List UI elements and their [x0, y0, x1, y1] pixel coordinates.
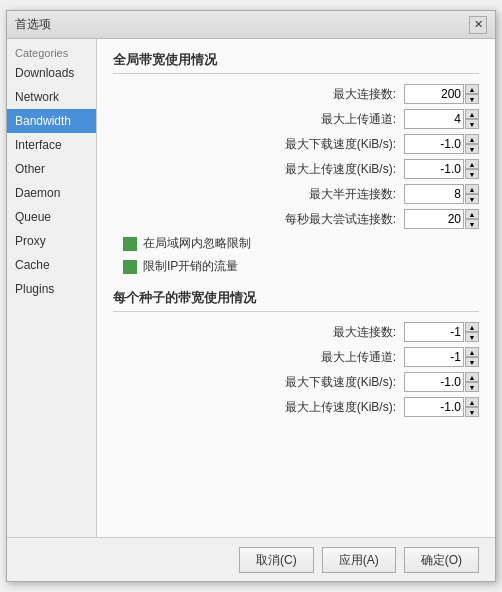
global-section-title: 全局带宽使用情况	[113, 51, 479, 74]
close-button[interactable]: ✕	[469, 16, 487, 34]
sidebar-item-bandwidth[interactable]: Bandwidth	[7, 109, 96, 133]
spinner-buttons: ▲▼	[465, 372, 479, 392]
checkbox-indicator	[123, 260, 137, 274]
spinner-container: ▲▼	[404, 372, 479, 392]
field-label: 最大上传速度(KiB/s):	[113, 161, 404, 178]
field-label: 最大连接数:	[113, 86, 404, 103]
form-row: 最大连接数:▲▼	[113, 322, 479, 342]
field-label: 最大上传通道:	[113, 111, 404, 128]
field-label: 最大连接数:	[113, 324, 404, 341]
sidebar-item-other[interactable]: Other	[7, 157, 96, 181]
spinner-container: ▲▼	[404, 397, 479, 417]
sidebar-item-queue[interactable]: Queue	[7, 205, 96, 229]
form-row: 每秒最大尝试连接数:▲▼	[113, 209, 479, 229]
spinner-container: ▲▼	[404, 109, 479, 129]
spinner-down-button[interactable]: ▼	[465, 94, 479, 104]
spinner-down-button[interactable]: ▼	[465, 357, 479, 367]
spinner-buttons: ▲▼	[465, 347, 479, 367]
sidebar-item-downloads[interactable]: Downloads	[7, 61, 96, 85]
checkbox-indicator	[123, 237, 137, 251]
cancel-button[interactable]: 取消(C)	[239, 547, 314, 573]
spinner-input[interactable]	[404, 134, 464, 154]
spinner-up-button[interactable]: ▲	[465, 159, 479, 169]
form-row: 最大连接数:▲▼	[113, 84, 479, 104]
spinner-down-button[interactable]: ▼	[465, 169, 479, 179]
apply-button[interactable]: 应用(A)	[322, 547, 396, 573]
spinner-down-button[interactable]: ▼	[465, 194, 479, 204]
sidebar-item-interface[interactable]: Interface	[7, 133, 96, 157]
spinner-down-button[interactable]: ▼	[465, 382, 479, 392]
spinner-buttons: ▲▼	[465, 109, 479, 129]
form-row: 最大上传通道:▲▼	[113, 109, 479, 129]
footer: 取消(C) 应用(A) 确定(O)	[7, 537, 495, 581]
sidebar-item-plugins[interactable]: Plugins	[7, 277, 96, 301]
spinner-container: ▲▼	[404, 322, 479, 342]
spinner-down-button[interactable]: ▼	[465, 119, 479, 129]
spinner-input[interactable]	[404, 84, 464, 104]
spinner-up-button[interactable]: ▲	[465, 184, 479, 194]
spinner-down-button[interactable]: ▼	[465, 219, 479, 229]
spinner-buttons: ▲▼	[465, 159, 479, 179]
spinner-buttons: ▲▼	[465, 209, 479, 229]
form-row: 最大半开连接数:▲▼	[113, 184, 479, 204]
spinner-buttons: ▲▼	[465, 397, 479, 417]
sidebar-item-cache[interactable]: Cache	[7, 253, 96, 277]
spinner-input[interactable]	[404, 209, 464, 229]
checkbox-row[interactable]: 在局域网内忽略限制	[123, 235, 479, 252]
checkbox-label: 在局域网内忽略限制	[143, 235, 251, 252]
field-label: 最大下载速度(KiB/s):	[113, 136, 404, 153]
spinner-input[interactable]	[404, 397, 464, 417]
ok-button[interactable]: 确定(O)	[404, 547, 479, 573]
spinner-container: ▲▼	[404, 184, 479, 204]
sidebar-item-proxy[interactable]: Proxy	[7, 229, 96, 253]
spinner-input[interactable]	[404, 184, 464, 204]
spinner-buttons: ▲▼	[465, 184, 479, 204]
spinner-down-button[interactable]: ▼	[465, 144, 479, 154]
form-row: 最大下载速度(KiB/s):▲▼	[113, 372, 479, 392]
spinner-container: ▲▼	[404, 84, 479, 104]
form-row: 最大上传速度(KiB/s):▲▼	[113, 159, 479, 179]
spinner-up-button[interactable]: ▲	[465, 347, 479, 357]
spinner-input[interactable]	[404, 109, 464, 129]
per-torrent-section-title: 每个种子的带宽使用情况	[113, 289, 479, 312]
field-label: 最大上传速度(KiB/s):	[113, 399, 404, 416]
form-row: 最大下载速度(KiB/s):▲▼	[113, 134, 479, 154]
field-label: 最大下载速度(KiB/s):	[113, 374, 404, 391]
spinner-down-button[interactable]: ▼	[465, 332, 479, 342]
main-panel: 全局带宽使用情况 最大连接数:▲▼最大上传通道:▲▼最大下载速度(KiB/s):…	[97, 39, 495, 537]
field-label: 每秒最大尝试连接数:	[113, 211, 404, 228]
field-label: 最大上传通道:	[113, 349, 404, 366]
spinner-container: ▲▼	[404, 209, 479, 229]
sidebar-item-daemon[interactable]: Daemon	[7, 181, 96, 205]
sidebar-item-network[interactable]: Network	[7, 85, 96, 109]
spinner-up-button[interactable]: ▲	[465, 109, 479, 119]
spinner-down-button[interactable]: ▼	[465, 407, 479, 417]
spinner-input[interactable]	[404, 372, 464, 392]
sidebar: Categories DownloadsNetworkBandwidthInte…	[7, 39, 97, 537]
field-label: 最大半开连接数:	[113, 186, 404, 203]
spinner-up-button[interactable]: ▲	[465, 209, 479, 219]
titlebar: 首选项 ✕	[7, 11, 495, 39]
spinner-container: ▲▼	[404, 159, 479, 179]
spinner-input[interactable]	[404, 322, 464, 342]
form-row: 最大上传速度(KiB/s):▲▼	[113, 397, 479, 417]
spinner-input[interactable]	[404, 347, 464, 367]
checkbox-row[interactable]: 限制IP开销的流量	[123, 258, 479, 275]
spinner-up-button[interactable]: ▲	[465, 134, 479, 144]
spinner-up-button[interactable]: ▲	[465, 322, 479, 332]
spinner-up-button[interactable]: ▲	[465, 84, 479, 94]
sidebar-header: Categories	[7, 43, 96, 61]
spinner-input[interactable]	[404, 159, 464, 179]
spinner-up-button[interactable]: ▲	[465, 372, 479, 382]
content-area: Categories DownloadsNetworkBandwidthInte…	[7, 39, 495, 537]
spinner-buttons: ▲▼	[465, 322, 479, 342]
preferences-window: 首选项 ✕ Categories DownloadsNetworkBandwid…	[6, 10, 496, 582]
form-row: 最大上传通道:▲▼	[113, 347, 479, 367]
window-title: 首选项	[15, 16, 51, 33]
spinner-buttons: ▲▼	[465, 84, 479, 104]
spinner-container: ▲▼	[404, 134, 479, 154]
spinner-buttons: ▲▼	[465, 134, 479, 154]
spinner-container: ▲▼	[404, 347, 479, 367]
checkbox-label: 限制IP开销的流量	[143, 258, 238, 275]
spinner-up-button[interactable]: ▲	[465, 397, 479, 407]
